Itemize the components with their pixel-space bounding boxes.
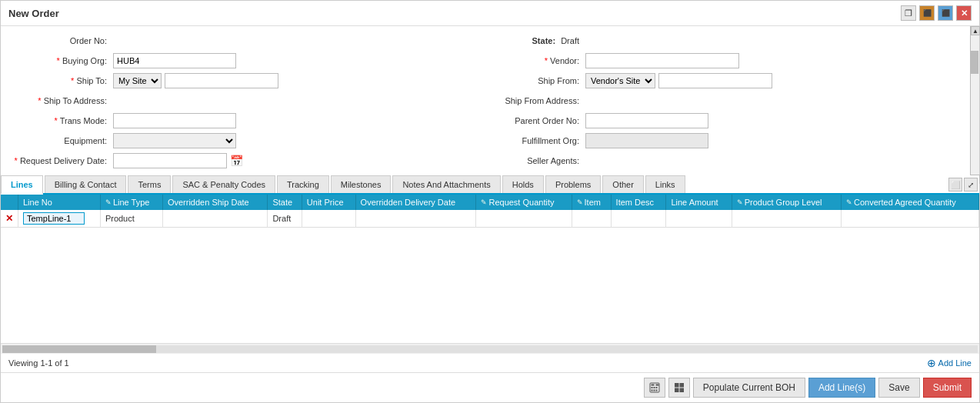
page-wrapper: New Order ❐ ⬛ ⬛ ✕ Order No: Buying Org: … — [0, 0, 980, 403]
row-converted-agreed-quantity-cell — [842, 210, 979, 228]
tab-tracking[interactable]: Tracking — [277, 175, 329, 193]
vendor-row: Vendor: — [490, 52, 970, 69]
tab-lines[interactable]: Lines — [1, 175, 43, 195]
col-unit-price[interactable]: Unit Price — [302, 195, 355, 210]
scrollbar-thumb — [971, 51, 978, 74]
row-state-value: Draft — [272, 214, 291, 223]
col-overridden-delivery-date[interactable]: Overridden Delivery Date — [355, 195, 476, 210]
col-state[interactable]: State — [268, 195, 302, 210]
col-overridden-ship-date[interactable]: Overridden Ship Date — [162, 195, 268, 210]
col-line-amount[interactable]: Line Amount — [666, 195, 732, 210]
svg-rect-10 — [679, 383, 684, 388]
add-lines-button[interactable]: Add Line(s) — [808, 378, 875, 398]
ship-to-extra-input[interactable] — [165, 73, 278, 88]
ship-to-select[interactable]: My Site Other — [113, 73, 162, 88]
page-title: New Order — [8, 8, 59, 19]
row-request-quantity-cell — [476, 210, 572, 228]
ship-from-address-label: Ship From Address: — [490, 96, 582, 105]
equipment-row: Equipment: — [10, 132, 490, 149]
nav-icon1[interactable]: ⬛ — [919, 5, 935, 21]
row-line-type-cell: Product — [100, 210, 162, 228]
form-right-column: State: Draft Vendor: Ship From: Vendor's… — [490, 32, 970, 169]
col-request-quantity[interactable]: ✎Request Quantity — [476, 195, 572, 210]
ship-from-select[interactable]: Vendor's Site Other — [585, 73, 655, 88]
bottom-scrollbar[interactable] — [1, 343, 979, 354]
tab-resize-icon[interactable]: ⤢ — [964, 178, 978, 192]
col-item-desc[interactable]: Item Desc — [611, 195, 666, 210]
trans-mode-input[interactable] — [113, 113, 236, 128]
footer-status: Viewing 1-1 of 1 ⊕ Add Line — [1, 354, 979, 372]
ship-from-row: Ship From: Vendor's Site Other — [490, 72, 970, 89]
ship-to-address-label: Ship To Address: — [10, 96, 110, 105]
col-line-no[interactable]: Line No — [18, 195, 101, 210]
svg-rect-3 — [653, 387, 655, 388]
tab-maximize-icon[interactable]: ⬜ — [948, 178, 962, 192]
trans-mode-label: Trans Mode: — [10, 116, 110, 125]
close-icon[interactable]: ✕ — [956, 5, 972, 21]
row-item-desc-cell — [611, 210, 666, 228]
tab-terms[interactable]: Terms — [128, 175, 171, 193]
tab-milestones[interactable]: Milestones — [331, 175, 392, 193]
ship-to-address-row: Ship To Address: — [10, 92, 490, 109]
tab-other[interactable]: Other — [602, 175, 644, 193]
request-delivery-date-input[interactable] — [113, 153, 227, 168]
save-button[interactable]: Save — [878, 378, 919, 398]
fulfillment-org-input[interactable] — [585, 133, 708, 148]
tab-notes[interactable]: Notes And Attachments — [392, 175, 500, 193]
scrollbar-up[interactable]: ▲ — [971, 26, 980, 35]
add-line-button[interactable]: ⊕ Add Line — [927, 357, 972, 369]
svg-rect-11 — [675, 388, 679, 393]
ship-to-row: Ship To: My Site Other — [10, 72, 490, 89]
delete-row-icon[interactable]: ✕ — [5, 213, 13, 224]
col-line-type[interactable]: ✎Line Type — [100, 195, 162, 210]
col-item[interactable]: ✎Item — [572, 195, 611, 210]
col-product-group-level[interactable]: ✎Product Group Level — [732, 195, 841, 210]
populate-boh-button[interactable]: Populate Current BOH — [693, 378, 805, 398]
grid-button[interactable] — [668, 378, 690, 398]
scrollbar-track — [971, 35, 979, 175]
tab-sac[interactable]: SAC & Penalty Codes — [172, 175, 275, 193]
row-unit-price-cell — [302, 210, 355, 228]
row-line-no-cell — [18, 210, 101, 228]
action-bar: Populate Current BOH Add Line(s) Save Su… — [1, 372, 979, 402]
buying-org-row: Buying Org: — [10, 52, 490, 69]
svg-rect-5 — [651, 390, 652, 391]
order-no-label: Order No: — [10, 36, 110, 45]
equipment-label: Equipment: — [10, 136, 110, 145]
calendar-icon[interactable]: 📅 — [230, 155, 243, 167]
form-scrollbar[interactable]: ▲ ▼ — [970, 26, 979, 184]
line-type-value: Product — [105, 214, 135, 223]
tab-billing[interactable]: Billing & Contact — [45, 175, 127, 193]
vendor-label: Vendor: — [490, 56, 582, 65]
col-converted-agreed-quantity[interactable]: ✎Converted Agreed Quantity — [842, 195, 979, 210]
calculate-button[interactable] — [644, 378, 665, 398]
page-header: New Order ❐ ⬛ ⬛ ✕ — [1, 1, 979, 26]
ship-from-extra-input[interactable] — [658, 73, 772, 88]
buying-org-input[interactable] — [113, 53, 236, 68]
equipment-select[interactable] — [113, 133, 236, 148]
buying-org-label: Buying Org: — [10, 56, 110, 65]
svg-rect-6 — [653, 390, 655, 391]
parent-order-no-input[interactable] — [585, 113, 708, 128]
request-delivery-date-label: Request Delivery Date: — [10, 156, 110, 165]
parent-order-no-label: Parent Order No: — [490, 116, 582, 125]
copy-icon[interactable]: ❐ — [901, 5, 916, 21]
nav-icon2[interactable]: ⬛ — [938, 5, 953, 21]
bottom-scroll-thumb — [2, 345, 156, 353]
tab-problems[interactable]: Problems — [545, 175, 601, 193]
svg-rect-7 — [655, 390, 657, 391]
line-no-input[interactable] — [23, 212, 85, 225]
vendor-input[interactable] — [585, 53, 739, 68]
svg-rect-2 — [651, 387, 652, 388]
submit-button[interactable]: Submit — [923, 378, 972, 398]
state-label: State: Draft — [490, 36, 582, 45]
svg-rect-12 — [679, 388, 684, 393]
tabs-bar: Lines Billing & Contact Terms SAC & Pena… — [1, 175, 979, 195]
svg-rect-1 — [651, 385, 654, 386]
form-area: Order No: Buying Org: Ship To: My Site O… — [1, 26, 979, 175]
tab-links[interactable]: Links — [645, 175, 685, 193]
row-overridden-ship-date-cell — [162, 210, 268, 228]
header-icons: ❐ ⬛ ⬛ ✕ — [901, 5, 972, 21]
tab-holds[interactable]: Holds — [502, 175, 544, 193]
table-container: Line No ✎Line Type Overridden Ship Date … — [1, 195, 979, 343]
